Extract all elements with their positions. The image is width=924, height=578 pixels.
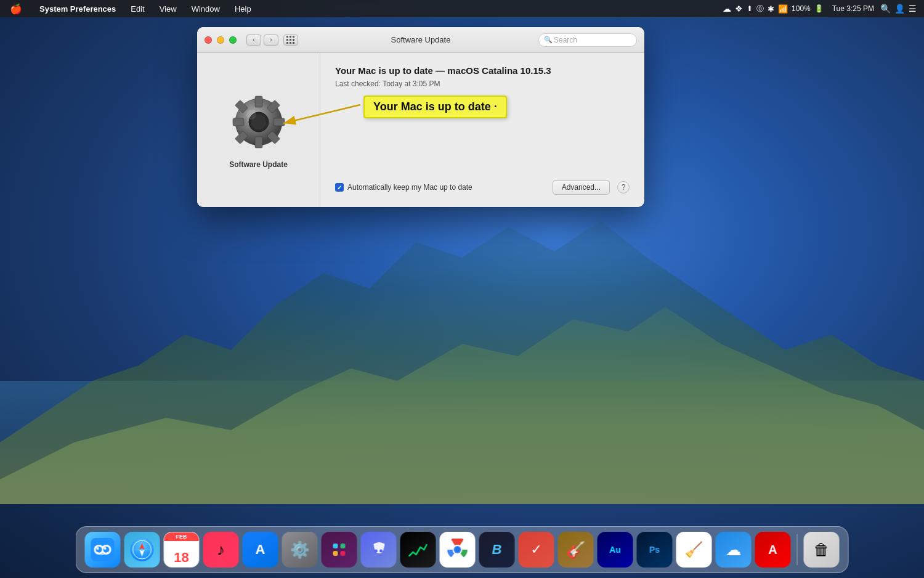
notifications-icon[interactable]: ☰ [909,4,917,14]
user-icon[interactable]: 👤 [894,4,905,14]
dock-item-sysprefs[interactable]: ⚙️ [282,532,318,568]
audition-icon: Au [609,545,621,555]
last-checked: Last checked: Today at 3:05 PM [335,79,630,88]
svg-point-36 [455,547,460,552]
svg-rect-3 [233,118,244,126]
music-icon: ♪ [217,540,225,560]
forward-button[interactable]: › [264,35,278,46]
sysprefs-icon: ⚙️ [290,540,310,560]
help-button[interactable]: ? [617,181,630,193]
dropbox-icon: ❖ [735,4,743,14]
icloud-status-icon: ☁ [723,4,731,14]
svg-rect-29 [333,551,338,556]
dock-item-discord[interactable] [361,532,397,568]
svg-rect-27 [333,543,338,548]
dock-item-garageband[interactable]: 🎸 [558,532,594,568]
apple-menu[interactable]: 🍎 [7,2,25,16]
bottom-controls: Automatically keep my Mac up to date Adv… [335,180,630,195]
callout-arrow [246,89,370,139]
dock-item-safari[interactable] [124,532,160,568]
slack-icon [330,540,349,560]
calendar-date: 18 [174,551,188,564]
edit-menu[interactable]: Edit [128,3,147,15]
svg-rect-30 [341,551,346,556]
close-button[interactable] [205,36,212,44]
back-button[interactable]: ‹ [246,35,261,46]
menubar-right: ☁ ❖ ⬆ ⓪ ✱ 📶 100% 🔋 Tue 3:25 PM 🔍 👤 ☰ [723,3,917,14]
dock-item-cleanmymac[interactable]: 🧹 [676,532,712,568]
svg-point-19 [97,547,99,550]
auto-update-row: Automatically keep my Mac up to date [335,183,545,192]
cleanmymac-icon: 🧹 [685,541,703,558]
discord-icon [369,540,389,560]
search-placeholder: Search [554,36,577,44]
datetime[interactable]: Tue 3:25 PM [830,3,877,14]
menubar-left: 🍎 System Preferences Edit View Window He… [7,2,254,16]
advanced-button[interactable]: Advanced... [553,180,610,195]
svg-point-20 [104,547,107,550]
battery-icon: 🔋 [814,4,824,13]
callout-box: Your Mac is up to date · [363,96,507,118]
dock-item-music[interactable]: ♪ [203,532,239,568]
trash-icon: 🗑 [814,540,830,560]
finder-icon [91,538,115,561]
wifi-icon: 📶 [778,4,788,14]
spotlight-icon[interactable]: 🔍 [880,4,891,14]
icloud-icon: ☁ [726,540,742,560]
auto-update-checkbox[interactable] [335,183,344,192]
backup-icon: ⬆ [747,4,753,13]
dock-item-finder[interactable] [85,532,121,568]
svg-rect-28 [341,543,346,548]
maximize-button[interactable] [229,36,237,44]
svg-point-32 [379,550,383,553]
view-menu[interactable]: View [157,3,179,15]
dock-item-stocks[interactable] [400,532,436,568]
search-field[interactable]: 🔍 Search [538,33,637,47]
svg-point-31 [375,550,378,553]
dock-item-chrome[interactable] [440,532,476,568]
calendar-month: FEB [164,532,199,541]
dock-separator [797,534,798,565]
up-to-date-title: Your Mac is up to date — macOS Catalina … [335,65,630,76]
dock-item-photoshop[interactable]: Ps [637,532,673,568]
dock: FEB 18 ♪ A ⚙️ [76,526,849,573]
dock-item-trash[interactable]: 🗑 [804,532,840,568]
battery-text: 100% [792,4,811,13]
dock-item-acrobat[interactable]: A [755,532,791,568]
dock-item-appstore[interactable]: A [243,532,278,568]
chrome-icon [447,539,469,561]
bluetooth-icon: ✱ [768,4,774,14]
acrobat-icon: A [768,543,777,557]
svg-point-18 [103,547,110,553]
auto-update-label: Automatically keep my Mac up to date [347,183,472,192]
dock-item-icloud[interactable]: ☁ [716,532,752,568]
app-name-menu[interactable]: System Preferences [37,3,118,15]
unknown-icon: ⓪ [756,4,764,14]
help-menu[interactable]: Help [232,3,254,15]
dock-item-slack[interactable] [322,532,357,568]
window-menu[interactable]: Window [189,3,222,15]
callout-text: Your Mac is up to date · [373,100,497,113]
grid-icon [286,36,295,44]
photoshop-icon: Ps [649,545,660,555]
stocks-icon [408,541,428,558]
dock-item-bartender[interactable]: B [479,532,515,568]
search-icon: 🔍 [544,36,553,44]
safari-icon [131,538,154,561]
dock-item-audition[interactable]: Au [598,532,633,568]
todoist-icon: ✓ [531,542,542,558]
svg-line-13 [283,105,360,123]
minimize-button[interactable] [217,36,224,44]
window-titlebar: ‹ › Software Update 🔍 Search [197,27,644,53]
dock-item-calendar[interactable]: FEB 18 [164,532,200,568]
callout-annotation: Your Mac is up to date · [363,96,507,118]
desktop: 🍎 System Preferences Edit View Window He… [0,0,924,578]
window-controls [205,36,237,44]
window-nav: ‹ › [246,35,278,46]
dock-item-todoist[interactable]: ✓ [519,532,554,568]
calendar-inner: FEB 18 [174,535,188,564]
garageband-icon: 🎸 [566,540,586,560]
appstore-icon: A [256,542,265,558]
bartender-icon: B [492,542,502,558]
grid-view-button[interactable] [283,35,298,46]
